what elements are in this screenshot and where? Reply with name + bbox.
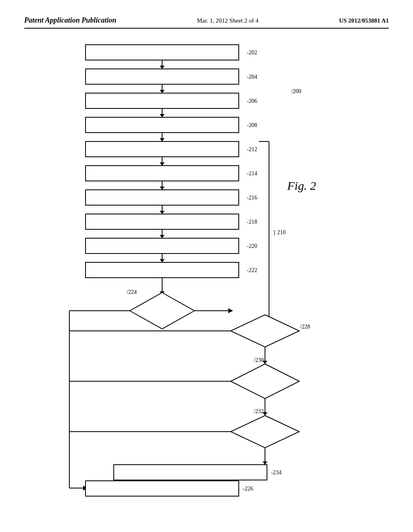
box-212	[86, 141, 239, 157]
page-header: Patent Application Publication Mar. 1, 2…	[24, 16, 389, 29]
label-228: /228	[300, 324, 310, 330]
page: Patent Application Publication Mar. 1, 2…	[0, 0, 413, 532]
flowchart-diagram: -202 -204 /200 -206 -208 } 210 -212	[33, 41, 380, 508]
arrowhead-220-222	[160, 259, 165, 262]
arrowhead-208-212	[160, 138, 165, 141]
box-226	[86, 481, 239, 496]
label-234: -234	[271, 470, 282, 476]
label-204: -204	[247, 74, 257, 80]
label-210: } 210	[273, 229, 286, 235]
label-200: /200	[291, 88, 301, 94]
diamond-228	[231, 315, 299, 347]
label-202: -202	[247, 50, 257, 56]
diamond-232	[231, 416, 299, 448]
label-212: -212	[247, 146, 257, 152]
label-232: /232	[254, 408, 264, 414]
arrowhead-204-206	[160, 90, 165, 93]
box-202	[86, 45, 239, 60]
arrowhead-212-214	[160, 162, 165, 166]
header-publication-type: Patent Application Publication	[24, 16, 116, 25]
arrowhead-232-234	[263, 461, 267, 465]
box-218	[86, 214, 239, 229]
label-208: -208	[247, 122, 257, 128]
arrowhead-206-208	[160, 114, 165, 117]
label-214: -214	[247, 170, 257, 177]
box-220	[86, 238, 239, 254]
box-222	[86, 262, 239, 278]
arrowhead-224-228	[228, 308, 233, 313]
box-214	[86, 166, 239, 181]
label-220: -220	[247, 243, 257, 249]
header-date-sheet: Mar. 1, 2012 Sheet 2 of 4	[197, 17, 258, 24]
box-216	[86, 190, 239, 205]
box-208	[86, 117, 239, 133]
arrowhead-218-220	[160, 235, 165, 238]
label-206: -206	[247, 98, 257, 104]
box-206	[86, 93, 239, 108]
diamond-230	[231, 364, 299, 399]
diamond-224	[130, 293, 194, 329]
label-226: -226	[243, 486, 253, 492]
label-216: -216	[247, 195, 257, 201]
label-224: /224	[127, 289, 137, 295]
arrowhead-216-218	[160, 211, 165, 214]
label-230: /230	[254, 357, 264, 363]
header-patent-number: US 2012/053881 A1	[339, 17, 389, 24]
box-234	[114, 465, 267, 480]
arrowhead-214-216	[160, 187, 165, 190]
label-218: -218	[247, 219, 257, 225]
arrowhead-202-204	[160, 66, 165, 69]
fig-label: Fig. 2	[287, 179, 316, 192]
label-222: -222	[247, 267, 257, 273]
box-204	[86, 69, 239, 84]
